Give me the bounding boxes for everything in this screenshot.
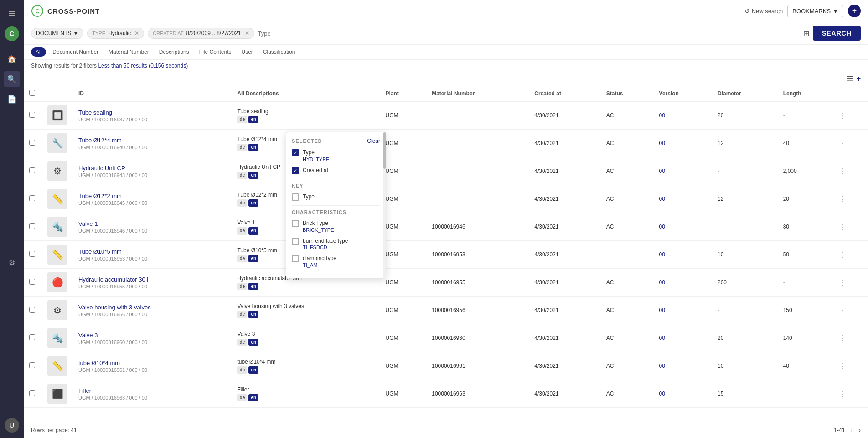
row-menu-button[interactable]: ⋮	[839, 362, 846, 370]
dropdown-sublabel-hyd-type: HYD_TYPE	[303, 156, 329, 162]
row-menu-button[interactable]: ⋮	[839, 112, 846, 120]
sidebar-expand-icon[interactable]	[4, 5, 20, 22]
tab-document-number[interactable]: Document Number	[49, 47, 102, 57]
item-name[interactable]: Tube Ø12*4 mm	[78, 137, 226, 144]
item-name[interactable]: Valve housing with 3 valves	[78, 304, 226, 311]
type-filter-chip[interactable]: TYPE Hydraulic ✕	[87, 28, 144, 39]
checkbox-type-hyd[interactable]	[292, 149, 299, 156]
item-name[interactable]: Tube Ø12*2 mm	[78, 193, 226, 199]
row-checkbox[interactable]	[29, 140, 35, 146]
col-plant: UGM	[380, 324, 427, 352]
item-name[interactable]: Filler	[78, 387, 226, 394]
tab-classification[interactable]: Classification	[259, 47, 299, 57]
row-checkbox[interactable]	[29, 334, 35, 340]
sidebar-home-icon[interactable]: 🏠	[4, 51, 20, 67]
bookmarks-button[interactable]: BOOKMARKS ▼	[787, 5, 843, 17]
row-checkbox[interactable]	[29, 251, 35, 257]
col-status: AC	[601, 297, 654, 324]
search-button[interactable]: SEARCH	[813, 26, 861, 41]
new-search-button[interactable]: ↺ New search	[744, 7, 783, 15]
item-name[interactable]: Valve 1	[78, 220, 226, 227]
view-toggle-icon[interactable]: ☰	[847, 74, 853, 83]
add-column-button[interactable]: +	[857, 75, 861, 83]
col-length: 2,000	[778, 157, 833, 185]
col-header-length[interactable]: Length	[778, 86, 833, 101]
col-header-created[interactable]: Created at	[529, 86, 601, 101]
row-checkbox[interactable]	[29, 195, 35, 201]
avatar[interactable]: U	[5, 418, 19, 433]
description-text: Tube sealing	[237, 108, 374, 115]
created-at-close-icon[interactable]: ✕	[245, 30, 249, 36]
col-plant: UGM	[380, 213, 427, 241]
item-name[interactable]: Tube sealing	[78, 109, 226, 116]
row-menu-button[interactable]: ⋮	[839, 167, 846, 175]
item-name[interactable]: Tube Ø10*5 mm	[78, 248, 226, 255]
created-at-filter-chip[interactable]: CREATED AT 8/20/2009 .. 8/27/2021 ✕	[148, 28, 254, 39]
row-checkbox[interactable]	[29, 279, 35, 285]
col-header-id[interactable]: ID	[73, 86, 232, 101]
svg-rect-1	[9, 13, 15, 14]
checkbox-key-type[interactable]	[292, 193, 299, 201]
lang-badge-de: de	[237, 283, 247, 290]
results-detail-link[interactable]: Less than 50 results (0.156 seconds)	[98, 63, 188, 69]
tab-descriptions[interactable]: Descriptions	[155, 47, 193, 57]
row-checkbox[interactable]	[29, 362, 35, 368]
row-checkbox[interactable]	[29, 167, 35, 173]
row-menu-button[interactable]: ⋮	[839, 223, 846, 231]
item-sub: UGM / 10000016955 / 000 / 00	[78, 284, 226, 289]
prev-page-button[interactable]: ‹	[850, 426, 852, 434]
documents-filter-chip[interactable]: DOCUMENTS ▼	[31, 28, 83, 39]
col-mat-num	[426, 101, 529, 130]
table-header-row: ID All Descriptions Plant Material Numbe…	[24, 86, 868, 101]
select-all-checkbox[interactable]	[29, 90, 35, 96]
clear-link[interactable]: Clear	[367, 138, 380, 144]
col-version: 00	[654, 269, 712, 297]
row-menu-button[interactable]: ⋮	[839, 279, 846, 287]
row-menu-button[interactable]: ⋮	[839, 390, 846, 398]
lang-badge-en: en	[248, 283, 258, 290]
type-input[interactable]	[258, 30, 335, 37]
row-menu-button[interactable]: ⋮	[839, 334, 846, 342]
checkbox-created-at[interactable]	[292, 167, 299, 174]
tab-all[interactable]: All	[31, 47, 46, 57]
item-name[interactable]: tube Ø10*4 mm	[78, 360, 226, 366]
row-checkbox[interactable]	[29, 307, 35, 313]
col-header-descriptions[interactable]: All Descriptions	[232, 86, 380, 101]
item-name[interactable]: Valve 3	[78, 332, 226, 339]
checkbox-brick-type[interactable]	[292, 220, 299, 227]
lang-badge-de: de	[237, 144, 247, 151]
col-header-diameter[interactable]: Diameter	[712, 86, 778, 101]
row-checkbox[interactable]	[29, 390, 35, 396]
item-name[interactable]: Hydraulic Unit CP	[78, 165, 226, 172]
select-all-header[interactable]	[24, 86, 42, 101]
row-menu-button[interactable]: ⋮	[839, 251, 846, 259]
item-sub: UGM / 10000016960 / 000 / 00	[78, 339, 226, 345]
checkbox-clamping-type[interactable]	[292, 255, 299, 262]
row-menu-button[interactable]: ⋮	[839, 307, 846, 314]
filter-options-icon[interactable]: ⊞	[803, 29, 809, 38]
col-header-plant[interactable]: Plant	[380, 86, 427, 101]
col-diameter: -	[712, 157, 778, 185]
tab-file-contents[interactable]: File Contents	[196, 47, 235, 57]
row-checkbox[interactable]	[29, 112, 35, 118]
col-plant: UGM	[380, 157, 427, 185]
tab-user[interactable]: User	[238, 47, 257, 57]
type-filter-close-icon[interactable]: ✕	[134, 30, 139, 36]
lang-badge-en: en	[248, 199, 258, 207]
sidebar-settings-icon[interactable]: ⚙	[4, 255, 20, 271]
next-page-button[interactable]: ›	[858, 426, 861, 434]
item-name[interactable]: Hydraulic accumulator 30 l	[78, 276, 226, 283]
add-button[interactable]: +	[848, 5, 861, 17]
sidebar-search-icon[interactable]: 🔍	[4, 71, 20, 87]
col-header-mat-num[interactable]: Material Number	[426, 86, 529, 101]
row-menu-button[interactable]: ⋮	[839, 195, 846, 203]
col-header-status[interactable]: Status	[601, 86, 654, 101]
checkbox-burr-type[interactable]	[292, 238, 299, 245]
tab-material-number[interactable]: Material Number	[105, 47, 153, 57]
col-created-at: 4/30/2021	[529, 352, 601, 380]
sidebar-document-icon[interactable]: 📄	[4, 91, 20, 107]
row-checkbox[interactable]	[29, 223, 35, 229]
col-header-version[interactable]: Version	[654, 86, 712, 101]
row-menu-button[interactable]: ⋮	[839, 140, 846, 147]
lang-badge-de: de	[237, 339, 247, 346]
